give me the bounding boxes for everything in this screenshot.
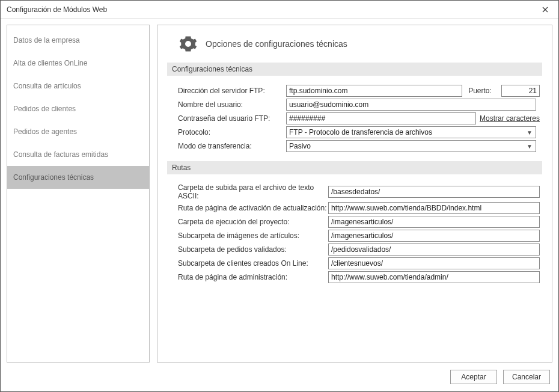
ruta-proyecto-label: Carpeta de ejecución del proyecto: [178,218,328,226]
sidebar-item-pedidos-agentes[interactable]: Pedidos de agentes [7,120,149,143]
close-button[interactable] [532,1,558,19]
form-rutas: Carpeta de subida para el archivo de tex… [167,179,542,291]
protocol-value: FTP - Protocolo de transferencia de arch… [289,128,432,136]
ruta-ascii-label: Carpeta de subida para el archivo de tex… [178,183,328,200]
panel-header: Opciones de configuraciones técnicas [167,31,542,61]
ftp-server-label: Dirección del servidor FTP: [178,87,286,95]
section-config-tecnicas: Configuraciones técnicas [167,63,542,76]
sidebar-item-pedidos-clientes[interactable]: Pedidos de clientes [7,97,149,120]
panel-title: Opciones de configuraciones técnicas [206,39,347,49]
protocol-select[interactable]: FTP - Protocolo de transferencia de arch… [286,126,536,138]
show-chars-link[interactable]: Mostrar caracteres [480,114,540,123]
dialog-window: Configuración de Módulos Web Datos de la… [0,0,559,392]
section-rutas: Rutas [167,161,542,174]
ruta-proyecto-input[interactable] [328,216,540,228]
protocol-label: Protocolo: [178,128,286,136]
window-title: Configuración de Módulos Web [7,5,532,14]
gear-icon [179,35,197,53]
ruta-ascii-input[interactable] [328,186,540,198]
sidebar-item-alta-clientes[interactable]: Alta de clientes OnLine [7,52,149,75]
ruta-activacion-input[interactable] [328,202,540,214]
dialog-body: Datos de la empresa Alta de clientes OnL… [1,19,558,363]
sidebar: Datos de la empresa Alta de clientes OnL… [7,25,150,363]
chevron-down-icon: ▼ [525,143,534,150]
ruta-activacion-label: Ruta de página de activación de actualiz… [178,204,328,212]
form-config-tecnicas: Dirección del servidor FTP: Puerto: Nomb… [167,81,542,160]
chevron-down-icon: ▼ [525,129,534,136]
ruta-imagenes-input[interactable] [328,230,540,242]
ruta-pedidos-label: Subcarpeta de pedidos validados: [178,245,328,254]
mode-value: Pasivo [289,142,311,150]
port-input[interactable] [501,85,540,97]
sidebar-item-facturas[interactable]: Consulta de facturas emitidas [7,143,149,166]
password-label: Contraseña del usuario FTP: [178,114,286,123]
dialog-footer: Aceptar Cancelar [1,363,558,391]
ruta-clientes-label: Subcarpeta de clientes creados On Line: [178,259,328,268]
port-label: Puerto: [468,87,501,95]
ruta-clientes-input[interactable] [328,257,540,269]
close-icon [542,7,548,13]
main-panel: Opciones de configuraciones técnicas Con… [157,25,552,363]
password-input[interactable] [286,112,476,124]
titlebar: Configuración de Módulos Web [1,1,558,19]
user-input[interactable] [286,99,536,111]
user-label: Nombre del usuario: [178,100,286,109]
mode-label: Modo de transferencia: [178,142,286,150]
accept-button[interactable]: Aceptar [450,370,497,384]
ruta-pedidos-input[interactable] [328,243,540,256]
ruta-admin-label: Ruta de página de administración: [178,273,328,281]
sidebar-item-config-tecnicas[interactable]: Configuraciones técnicas [7,166,149,189]
cancel-button[interactable]: Cancelar [503,370,550,384]
ruta-admin-input[interactable] [328,271,540,283]
mode-select[interactable]: Pasivo ▼ [286,140,536,152]
ruta-imagenes-label: Subcarpeta de imágenes de artículos: [178,231,328,240]
ftp-server-input[interactable] [286,85,462,97]
sidebar-item-consulta-articulos[interactable]: Consulta de artículos [7,75,149,97]
sidebar-item-empresa[interactable]: Datos de la empresa [7,29,149,52]
